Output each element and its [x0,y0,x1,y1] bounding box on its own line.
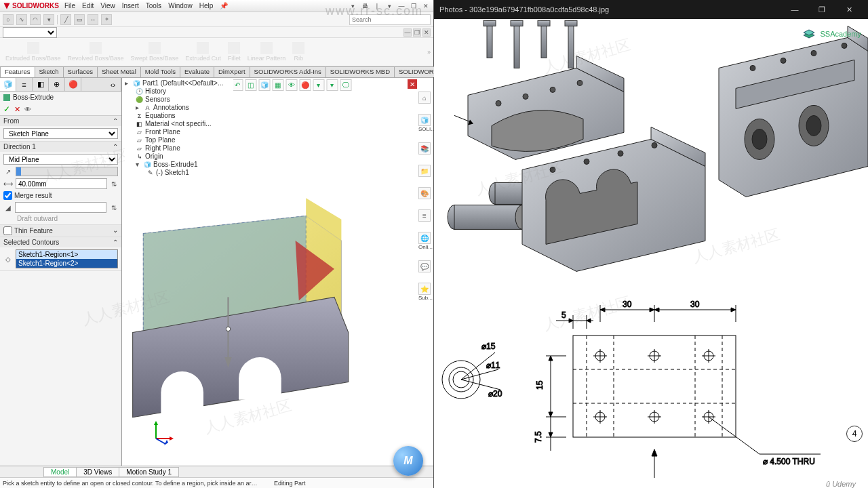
spin-icon[interactable]: ⇅ [109,203,118,212]
pm-tab-appear-icon[interactable]: 🔴 [65,78,81,91]
qat-pick-icon[interactable]: ⌖ [101,14,112,25]
tree-front-plane[interactable]: Front Plane [145,128,180,136]
tab-sketch[interactable]: Sketch [35,66,64,77]
tree-expand-icon[interactable]: ▸ [125,79,131,87]
pm-contours-header[interactable]: Selected Contours⌃ [0,237,121,247]
render-icon[interactable]: 🖵 [340,79,351,91]
tab-surfaces[interactable]: Surfaces [63,66,98,77]
qat-more-icon[interactable]: ▾ [43,14,54,25]
task-subscribe-icon[interactable]: ⭐ [418,283,431,295]
from-select[interactable]: Sketch Plane [3,128,118,139]
reverse-direction-icon[interactable]: ↗ [3,167,13,176]
task-resources-icon[interactable]: 🧊 [418,114,431,126]
ribbon-rib[interactable]: Rib [290,42,307,62]
section-view-icon[interactable]: ◫ [245,79,256,91]
config-select[interactable] [3,27,57,38]
qat-dim-icon[interactable]: ↔ [87,14,98,25]
tab-model[interactable]: Model [43,467,77,477]
pm-tab-config-icon[interactable]: ≡ [16,78,33,91]
tree-sensors[interactable]: Sensors [145,96,170,103]
contour-item[interactable]: Sketch1-Region<1> [16,250,117,259]
command-search[interactable] [349,14,431,25]
tree-origin[interactable]: Origin [145,152,163,160]
ribbon-extruded-boss[interactable]: Extruded Boss/Base [3,42,64,62]
view-orient-icon[interactable]: 🧊 [258,79,270,91]
tree-collapse-icon[interactable]: ▾ [136,161,142,168]
tab-addins[interactable]: SOLIDWORKS Add-Ins [250,66,326,77]
task-view-icon[interactable]: 🎨 [418,187,431,199]
menu-pin-icon[interactable]: 📌 [220,2,228,9]
ribbon-fillet[interactable]: Fillet [225,42,243,62]
ribbon-revolved-boss[interactable]: Revolved Boss/Base [65,42,127,62]
pm-from-header[interactable]: From⌃ [0,116,121,126]
depth-slider[interactable] [16,167,118,176]
spin-icon[interactable]: ⇅ [110,179,118,188]
tab-evaluate[interactable]: Evaluate [180,66,214,77]
tree-right-plane[interactable]: Right Plane [145,144,180,152]
tab-features[interactable]: Features [0,66,35,77]
task-forum-icon[interactable]: 💬 [418,260,431,272]
ribbon-pattern[interactable]: Linear Pattern [245,42,289,62]
photos-body[interactable]: SSAcademy [434,19,868,488]
tree-annotations[interactable]: Annotations [153,104,189,111]
window-minimize-icon[interactable]: — [397,2,406,10]
tab-moldtools[interactable]: Mold Tools [140,66,180,77]
tab-dimxpert[interactable]: DimXpert [214,66,250,77]
menu-file[interactable]: File [64,2,75,9]
ribbon-extruded-cut[interactable]: Extruded Cut [182,42,224,62]
qat-circle-icon[interactable]: ○ [3,14,14,25]
doc-max-icon[interactable]: ❐ [413,28,421,37]
qat-rect-icon[interactable]: ▭ [74,14,85,25]
tab-sheetmetal[interactable]: Sheet Metal [97,66,141,77]
tab-3dviews[interactable]: 3D Views [76,467,119,477]
pm-tab-prop-icon[interactable]: ⊕ [49,78,65,91]
menu-window[interactable]: Window [168,2,193,9]
pm-tab-nav-icon[interactable]: ‹› [105,78,121,91]
task-props-icon[interactable]: ≡ [418,209,431,222]
photos-maximize-icon[interactable]: ❐ [808,0,835,19]
tree-root[interactable]: Part1 (Default<<Default>... [142,79,223,87]
tree-top-plane[interactable]: Top Plane [145,136,175,144]
qat-new-icon[interactable]: ▾ [348,2,357,10]
menu-view[interactable]: View [100,2,115,9]
qat-arrow-icon[interactable]: ▾ [384,2,394,10]
display-style-icon[interactable]: ▦ [272,79,283,91]
hide-show-icon[interactable]: 👁 [285,79,297,91]
draft-input[interactable] [15,202,106,213]
menu-edit[interactable]: Edit [82,2,94,9]
tree-material[interactable]: Material <not specifi... [145,120,212,127]
direction-select[interactable]: Mid Plane [3,154,118,165]
tree-equations[interactable]: Equations [145,112,175,119]
pm-ok-icon[interactable]: ✓ [3,104,10,114]
pm-thin-header[interactable]: Thin Feature ⌄ [0,225,121,237]
task-home-icon[interactable]: ⌂ [418,92,431,104]
menu-help[interactable]: Help [199,2,214,9]
scene-icon[interactable]: ▾ [313,79,324,91]
qat-print-icon[interactable]: 🖶 [360,2,370,10]
tree-sketch[interactable]: (-) Sketch1 [156,169,189,176]
qat-arc-icon[interactable]: ◠ [30,14,41,25]
pm-cancel-icon[interactable]: ✕ [14,105,20,114]
window-close-icon[interactable]: ✕ [421,2,431,10]
tree-history[interactable]: History [145,87,166,95]
ribbon-overflow-icon[interactable]: » [427,49,431,56]
pm-direction-header[interactable]: Direction 1⌃ [0,142,121,152]
menu-tools[interactable]: Tools [146,2,161,9]
pm-tab-display-icon[interactable]: ◧ [33,78,49,91]
photos-minimize-icon[interactable]: — [781,0,808,19]
orientation-triad[interactable] [149,418,176,445]
draft-icon[interactable]: ◢ [3,203,12,212]
thin-checkbox[interactable] [3,226,12,235]
graphics-area[interactable]: ⤢ 🔍 ↶ ◫ 🧊 ▦ 👁 🔴 ▾ ▾ 🖵 ✕ ▸🧊Part1 (Default… [122,78,433,466]
doc-close-icon[interactable]: ✕ [422,28,431,37]
task-explorer-icon[interactable]: 📁 [418,165,431,177]
depth-input[interactable] [16,178,107,189]
task-design-icon[interactable]: 📚 [418,142,431,155]
menu-insert[interactable]: Insert [122,2,139,9]
tree-boss-extrude[interactable]: Boss-Extrude1 [153,161,198,168]
task-online-icon[interactable]: 🌐 [418,232,431,244]
doc-min-icon[interactable]: — [403,28,412,37]
contour-item-selected[interactable]: Sketch1-Region<2> [16,259,117,268]
contours-list[interactable]: Sketch1-Region<1> Sketch1-Region<2> [16,249,118,268]
merge-checkbox[interactable]: Merge result [3,191,118,200]
